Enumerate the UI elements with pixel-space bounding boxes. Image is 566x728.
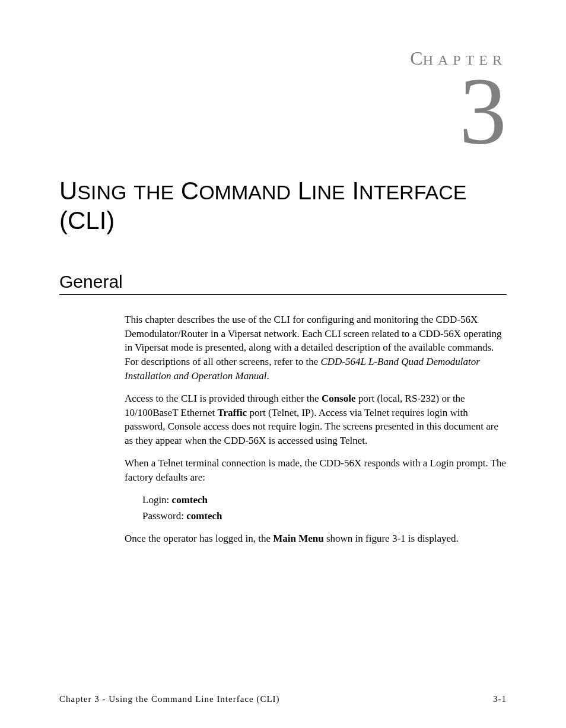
paragraph-4: Once the operator has logged in, the Mai… — [125, 532, 507, 546]
title-smallcaps: SING — [77, 181, 126, 204]
title-caps: I — [345, 177, 359, 205]
para2-bold2: Traffic — [217, 407, 247, 418]
login-block: Login: comtech Password: comtech — [142, 493, 507, 524]
title-caps: U — [59, 177, 77, 205]
title-caps: C — [174, 177, 199, 205]
para2-a: Access to the CLI is provided through ei… — [125, 393, 322, 404]
title-smallcaps: NTERFACE — [359, 181, 466, 204]
password-line: Password: comtech — [142, 509, 507, 523]
para1-end: . — [266, 370, 269, 382]
para4-bold: Main Menu — [273, 533, 323, 544]
title-line2: (CLI) — [59, 206, 115, 234]
password-value: comtech — [186, 510, 222, 522]
title-smallcaps: INE — [311, 181, 345, 204]
paragraph-1: This chapter describes the use of the CL… — [125, 313, 507, 383]
title-smallcaps: THE — [133, 181, 174, 204]
title-smallcaps: OMMAND — [199, 181, 291, 204]
paragraph-2: Access to the CLI is provided through ei… — [125, 392, 507, 448]
body-content: This chapter describes the use of the CL… — [125, 313, 507, 546]
page-footer: Chapter 3 - Using the Command Line Inter… — [59, 694, 507, 704]
footer-right: 3-1 — [493, 694, 507, 704]
para4-b: shown in figure 3-1 is displayed. — [324, 533, 459, 544]
footer-left: Chapter 3 - Using the Command Line Inter… — [59, 694, 280, 704]
login-line: Login: comtech — [142, 493, 507, 507]
title-caps: L — [291, 177, 311, 205]
chapter-label-initial: C — [410, 47, 422, 69]
password-label: Password: — [142, 510, 186, 522]
title-space — [126, 177, 133, 205]
chapter-title: USING THE COMMAND LINE INTERFACE (CLI) — [59, 176, 507, 236]
para4-a: Once the operator has logged in, the — [125, 533, 273, 544]
para2-bold1: Console — [322, 393, 356, 404]
login-value: comtech — [172, 494, 208, 506]
login-label: Login: — [142, 494, 172, 506]
chapter-number: 3 — [59, 63, 507, 158]
paragraph-3: When a Telnet terminal connection is mad… — [125, 456, 507, 485]
section-heading-general: General — [59, 272, 507, 295]
